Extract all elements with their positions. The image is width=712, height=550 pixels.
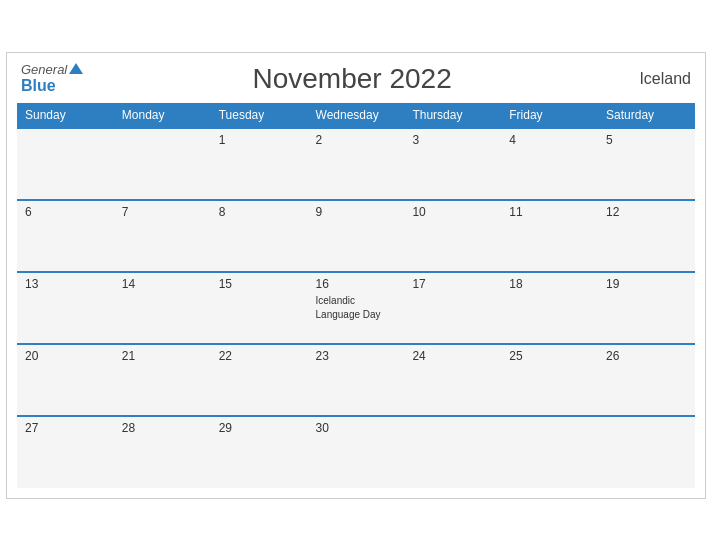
calendar-cell: 1 [211, 128, 308, 200]
logo-triangle-icon [69, 63, 83, 74]
weekday-header-monday: Monday [114, 103, 211, 128]
calendar-cell: 15 [211, 272, 308, 344]
calendar-country: Iceland [621, 70, 691, 88]
day-number: 1 [219, 133, 300, 147]
day-number: 22 [219, 349, 300, 363]
weekday-header-friday: Friday [501, 103, 598, 128]
calendar-cell: 25 [501, 344, 598, 416]
calendar-grid: SundayMondayTuesdayWednesdayThursdayFrid… [17, 103, 695, 488]
calendar-cell: 24 [404, 344, 501, 416]
calendar-cell: 29 [211, 416, 308, 488]
weekday-header-tuesday: Tuesday [211, 103, 308, 128]
calendar-cell [17, 128, 114, 200]
day-number: 13 [25, 277, 106, 291]
calendar-thead: SundayMondayTuesdayWednesdayThursdayFrid… [17, 103, 695, 128]
day-number: 18 [509, 277, 590, 291]
calendar-cell: 5 [598, 128, 695, 200]
calendar-header: General Blue November 2022 Iceland [17, 63, 695, 95]
calendar-cell: 23 [308, 344, 405, 416]
calendar-cell: 20 [17, 344, 114, 416]
day-number: 15 [219, 277, 300, 291]
calendar-cell: 11 [501, 200, 598, 272]
calendar-cell: 22 [211, 344, 308, 416]
calendar-cell: 8 [211, 200, 308, 272]
day-number: 26 [606, 349, 687, 363]
calendar-cell: 26 [598, 344, 695, 416]
calendar-title: November 2022 [83, 63, 621, 95]
week-row-2: 13141516Icelandic Language Day171819 [17, 272, 695, 344]
calendar-cell: 18 [501, 272, 598, 344]
calendar-cell: 16Icelandic Language Day [308, 272, 405, 344]
day-number: 21 [122, 349, 203, 363]
day-number: 19 [606, 277, 687, 291]
day-number: 8 [219, 205, 300, 219]
weekday-header-sunday: Sunday [17, 103, 114, 128]
calendar-cell [114, 128, 211, 200]
calendar-cell [501, 416, 598, 488]
weekday-header-thursday: Thursday [404, 103, 501, 128]
week-row-4: 27282930 [17, 416, 695, 488]
calendar-cell: 7 [114, 200, 211, 272]
calendar-cell: 19 [598, 272, 695, 344]
calendar-cell [404, 416, 501, 488]
day-number: 27 [25, 421, 106, 435]
day-number: 16 [316, 277, 397, 291]
day-number: 10 [412, 205, 493, 219]
week-row-0: 12345 [17, 128, 695, 200]
day-number: 23 [316, 349, 397, 363]
calendar-cell [598, 416, 695, 488]
calendar-cell: 4 [501, 128, 598, 200]
calendar-cell: 21 [114, 344, 211, 416]
calendar-cell: 30 [308, 416, 405, 488]
logo-general-text: General [21, 63, 83, 77]
day-number: 3 [412, 133, 493, 147]
calendar-container: General Blue November 2022 Iceland Sunda… [6, 52, 706, 499]
weekday-header-row: SundayMondayTuesdayWednesdayThursdayFrid… [17, 103, 695, 128]
day-number: 11 [509, 205, 590, 219]
calendar-cell: 17 [404, 272, 501, 344]
day-number: 29 [219, 421, 300, 435]
day-number: 28 [122, 421, 203, 435]
calendar-cell: 14 [114, 272, 211, 344]
day-number: 14 [122, 277, 203, 291]
day-number: 7 [122, 205, 203, 219]
day-number: 2 [316, 133, 397, 147]
calendar-tbody: 12345678910111213141516Icelandic Languag… [17, 128, 695, 488]
week-row-1: 6789101112 [17, 200, 695, 272]
calendar-cell: 27 [17, 416, 114, 488]
calendar-cell: 9 [308, 200, 405, 272]
calendar-cell: 28 [114, 416, 211, 488]
day-number: 9 [316, 205, 397, 219]
week-row-3: 20212223242526 [17, 344, 695, 416]
logo-blue-text: Blue [21, 77, 83, 95]
day-number: 4 [509, 133, 590, 147]
calendar-cell: 3 [404, 128, 501, 200]
calendar-cell: 10 [404, 200, 501, 272]
day-number: 5 [606, 133, 687, 147]
calendar-cell: 6 [17, 200, 114, 272]
calendar-cell: 2 [308, 128, 405, 200]
weekday-header-wednesday: Wednesday [308, 103, 405, 128]
calendar-cell: 13 [17, 272, 114, 344]
event-text: Icelandic Language Day [316, 295, 381, 320]
weekday-header-saturday: Saturday [598, 103, 695, 128]
day-number: 17 [412, 277, 493, 291]
day-number: 25 [509, 349, 590, 363]
day-number: 24 [412, 349, 493, 363]
day-number: 30 [316, 421, 397, 435]
calendar-cell: 12 [598, 200, 695, 272]
day-number: 20 [25, 349, 106, 363]
day-number: 6 [25, 205, 106, 219]
day-number: 12 [606, 205, 687, 219]
logo: General Blue [21, 63, 83, 95]
